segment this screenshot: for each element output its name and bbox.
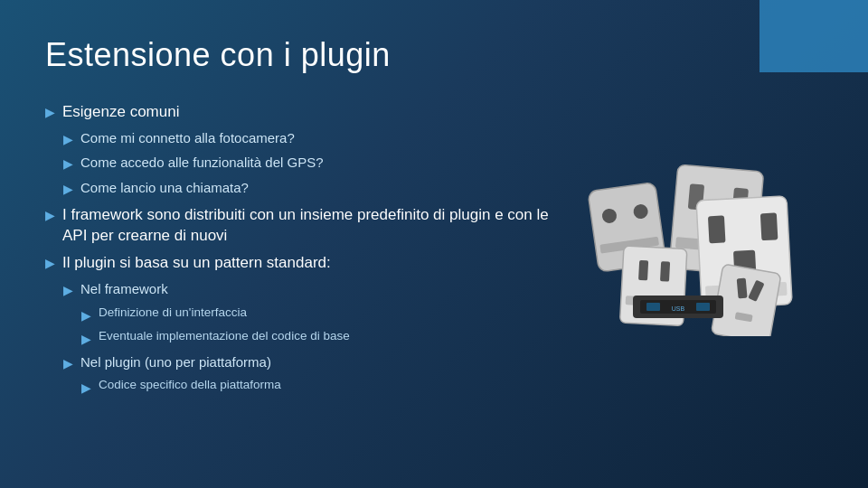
bullet-gps-text: Come accedo alle funzionalità del GPS? <box>80 153 552 172</box>
bullet-gps: ▶ Come accedo alle funzionalità del GPS? <box>45 153 552 174</box>
svg-rect-27 <box>696 303 710 311</box>
arrow-icon-1a: ▶ <box>63 131 73 149</box>
bullet-codice-specifico: ▶ Codice specifico della piattaforma <box>45 377 552 398</box>
bullet-implementazione-text: Eventuale implementazione del codice di … <box>99 328 552 345</box>
bullet-interfaccia: ▶ Definizione di un'interfaccia <box>45 305 552 325</box>
bullet-nel-framework: ▶ Nel framework <box>45 279 552 300</box>
arrow-icon-2: ▶ <box>45 207 55 225</box>
svg-rect-14 <box>708 215 726 243</box>
svg-rect-26 <box>646 303 660 311</box>
bullet-interfaccia-text: Definizione di un'interfaccia <box>99 305 552 322</box>
nel-plugin-sublist: ▶ Codice specifico della piattaforma <box>45 377 552 398</box>
esigenze-sublist: ▶ Come mi connetto alla fotocamera? ▶ Co… <box>45 128 552 199</box>
bullet-plugin-pattern-text: Il plugin si basa su un pattern standard… <box>62 252 552 274</box>
bullet-fotocamera-text: Come mi connetto alla fotocamera? <box>80 128 552 147</box>
bullet-plugin-pattern: ▶ Il plugin si basa su un pattern standa… <box>45 252 552 274</box>
slide-title: Estensione con i plugin <box>45 36 823 74</box>
arrow-icon-1: ▶ <box>45 104 55 122</box>
svg-rect-10 <box>638 260 648 280</box>
arrow-icon-3b1: ▶ <box>81 380 91 398</box>
bullet-nel-plugin: ▶ Nel plugin (uno per piattaforma) <box>45 352 552 373</box>
usb-cable: USB <box>633 296 723 318</box>
bullet-codice-specifico-text: Codice specifico della piattaforma <box>99 377 552 394</box>
arrow-icon-3a2: ▶ <box>81 331 91 349</box>
bullet-chiamata: ▶ Come lancio una chiamata? <box>45 178 552 199</box>
svg-text:USB: USB <box>672 305 685 312</box>
bullet-framework: ▶ I framework sono distribuiti con un in… <box>45 204 552 248</box>
bullet-fotocamera: ▶ Come mi connetto alla fotocamera? <box>45 128 552 149</box>
bullet-chiamata-text: Come lancio una chiamata? <box>80 178 552 197</box>
bullet-nel-plugin-text: Nel plugin (uno per piattaforma) <box>80 352 552 371</box>
bullet-nel-framework-text: Nel framework <box>80 279 552 298</box>
content-area: ▶ Esigenze comuni ▶ Come mi connetto all… <box>45 101 823 401</box>
arrow-icon-3: ▶ <box>45 255 55 273</box>
text-content: ▶ Esigenze comuni ▶ Come mi connetto all… <box>45 101 570 401</box>
svg-rect-21 <box>737 278 748 299</box>
bullet-esigenze-comuni-text: Esigenze comuni <box>62 101 552 123</box>
deco-rectangle <box>760 0 868 72</box>
svg-rect-11 <box>660 261 670 281</box>
bullet-framework-text: I framework sono distribuiti con un insi… <box>62 204 552 248</box>
adapters-svg: USB USB <box>579 155 814 336</box>
arrow-icon-3a: ▶ <box>63 282 73 300</box>
plugin-adapters-image: USB USB <box>570 155 823 336</box>
bullet-implementazione: ▶ Eventuale implementazione del codice d… <box>45 328 552 349</box>
nel-framework-sublist: ▶ Definizione di un'interfaccia ▶ Eventu… <box>45 305 552 349</box>
svg-rect-15 <box>760 212 778 240</box>
plugin-pattern-sublist: ▶ Nel framework ▶ Definizione di un'inte… <box>45 279 552 398</box>
arrow-icon-1b: ▶ <box>63 155 73 174</box>
bullet-esigenze-comuni: ▶ Esigenze comuni <box>45 101 552 123</box>
arrow-icon-3a1: ▶ <box>81 307 91 325</box>
slide-container: Estensione con i plugin ▶ Esigenze comun… <box>0 0 868 488</box>
arrow-icon-3b: ▶ <box>63 355 73 373</box>
arrow-icon-1c: ▶ <box>63 181 73 199</box>
